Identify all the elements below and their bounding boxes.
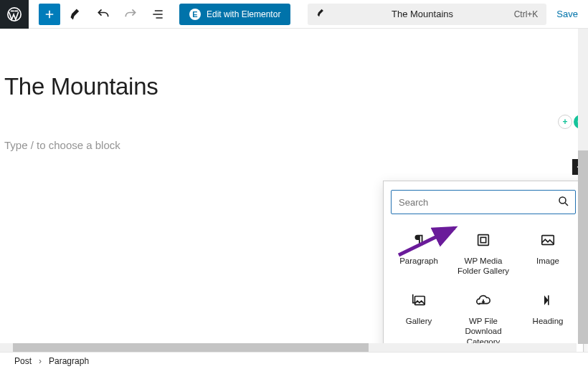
document-title-text: The Mountains	[331, 9, 513, 19]
block-label: Image	[536, 256, 559, 277]
block-heading[interactable]: Heading	[516, 284, 580, 352]
block-label: WP Media Folder Gallery	[454, 256, 513, 277]
block-label: Heading	[533, 316, 564, 337]
image-icon	[539, 231, 556, 249]
undo-icon[interactable]	[92, 3, 115, 26]
block-wp-file-download-category[interactable]: WP File Download Category	[451, 284, 516, 352]
block-label: Gallery	[406, 316, 432, 337]
top-toolbar: E Edit with Elementor The Mountains Ctrl…	[0, 0, 588, 29]
breadcrumb: Post › Paragraph	[0, 352, 588, 369]
svg-rect-4	[542, 236, 554, 245]
svg-rect-3	[480, 237, 485, 242]
block-label: WP File Download Category	[454, 316, 513, 347]
grammarly-add-icon[interactable]: +	[558, 115, 572, 129]
block-placeholder[interactable]: Type / to choose a block	[4, 139, 588, 151]
pen-icon[interactable]	[65, 3, 87, 26]
block-label: Paragraph	[399, 256, 438, 277]
paragraph-icon	[410, 231, 427, 249]
details-icon[interactable]	[146, 3, 169, 26]
redo-icon[interactable]	[119, 3, 142, 26]
horizontal-scrollbar-thumb[interactable]	[13, 343, 369, 352]
inserter-search-wrap	[391, 190, 576, 214]
block-wp-media-folder-gallery[interactable]: WP Media Folder Gallery	[451, 224, 516, 284]
cloud-download-icon	[475, 292, 492, 309]
svg-rect-2	[478, 235, 489, 246]
wordpress-logo[interactable]	[0, 0, 29, 29]
breadcrumb-current[interactable]: Paragraph	[49, 356, 89, 366]
block-image[interactable]: Image	[516, 224, 580, 284]
block-paragraph[interactable]: Paragraph	[387, 224, 451, 284]
block-inserter-popover: Paragraph WP Media Folder Gallery Image …	[383, 181, 584, 352]
add-block-button[interactable]	[39, 4, 60, 25]
edit-with-elementor-button[interactable]: E Edit with Elementor	[179, 4, 290, 25]
post-title[interactable]: The Mountains	[4, 73, 588, 100]
block-gallery[interactable]: Gallery	[387, 284, 451, 352]
save-draft-link[interactable]: Save	[556, 9, 578, 19]
gallery-icon	[410, 292, 427, 309]
elementor-button-label: Edit with Elementor	[207, 9, 280, 19]
breadcrumb-root[interactable]: Post	[14, 356, 32, 366]
editor-canvas: The Mountains Type / to choose a block +…	[0, 29, 588, 352]
document-title-pill[interactable]: The Mountains Ctrl+K	[308, 4, 546, 25]
vertical-scrollbar-thumb[interactable]	[578, 150, 588, 344]
wp-media-folder-icon	[475, 231, 492, 249]
elementor-logo-icon: E	[189, 9, 201, 20]
search-icon	[557, 195, 570, 211]
heading-icon	[539, 292, 556, 309]
svg-rect-5	[415, 297, 425, 305]
chevron-right-icon: ›	[39, 356, 42, 366]
pen-small-icon	[316, 8, 326, 21]
search-input[interactable]	[391, 190, 576, 214]
shortcut-hint: Ctrl+K	[514, 9, 539, 19]
svg-point-1	[559, 197, 566, 203]
block-grid: Paragraph WP Media Folder Gallery Image …	[384, 217, 583, 352]
